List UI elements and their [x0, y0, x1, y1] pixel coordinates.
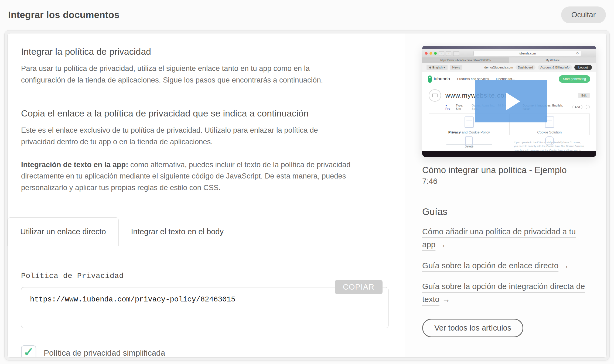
- video-title: Cómo integrar una política - Ejemplo: [422, 165, 596, 175]
- thumb-tab-site: My Website: [509, 57, 596, 63]
- intro-body: Para usar tu política de privacidad, uti…: [8, 63, 372, 86]
- video-thumbnail[interactable]: ‹ › iubenda.com ⟳ https://www.iubenda.co…: [422, 46, 596, 157]
- thumb-bottom-row: [429, 135, 590, 151]
- logout-button: Logout: [574, 65, 592, 70]
- thumb-account-toolbar: ⊕ English ▾ News demo@iubenda.com Dashbo…: [422, 63, 596, 72]
- simplified-policy-label: Política de privacidad simplificada: [44, 348, 165, 358]
- video-play-overlay[interactable]: [475, 80, 547, 122]
- guide-link-text: Guía sobre la opción de enlace directo: [422, 261, 558, 270]
- privacy-policy-url-field[interactable]: https://www.iubenda.com/privacy-policy/8…: [21, 287, 388, 328]
- copy-section-note: Integración de texto en la app: como alt…: [8, 159, 372, 194]
- play-icon: [506, 92, 520, 110]
- traffic-light-minimize-icon: [429, 52, 432, 55]
- thumb-tab-url: https://www.iubenda.com/en/flow/1963055: [422, 57, 509, 63]
- traffic-light-close-icon: [425, 52, 428, 55]
- guide-link-direct-link-option[interactable]: Guía sobre la opción de enlace directo→: [422, 259, 589, 272]
- privacy-title-bold: Privacy: [448, 130, 461, 134]
- news-badge: News: [450, 65, 463, 70]
- guides-heading: Guías: [422, 206, 596, 217]
- account-billing-button: Account & Billing info: [538, 65, 572, 70]
- edit-button: Edit: [578, 93, 590, 98]
- tab-body-text[interactable]: Integrar el texto en el body: [119, 218, 236, 246]
- url-field-wrap: COPIAR https://www.iubenda.com/privacy-p…: [21, 287, 388, 328]
- back-icon: ‹: [439, 51, 444, 56]
- iubenda-logo-text: iubenda: [434, 76, 450, 82]
- dot-icon: ●: [445, 104, 447, 107]
- simplified-policy-row: ✓ Política de privacidad simplificada: [21, 345, 388, 358]
- thumb-browser-chrome: ‹ › iubenda.com ⟳: [422, 49, 596, 57]
- video-duration: 7:46: [422, 177, 596, 186]
- copy-section-body: Este es el enlace exclusivo de tu políti…: [8, 125, 372, 148]
- terms-icon-slot: [429, 135, 509, 151]
- traffic-light-zoom-icon: [434, 52, 437, 55]
- refresh-icon: ⟳: [576, 51, 579, 55]
- direct-link-panel: Política de Privacidad COPIAR https://ww…: [8, 246, 405, 358]
- add-language-button: Add: [572, 105, 582, 109]
- page-header: Integrar los documentos Ocultar: [0, 0, 614, 30]
- pro-label: Pro: [445, 107, 450, 110]
- dashboard-button: Dashboard: [516, 65, 535, 70]
- privacy-title-rest: and Cookie Policy: [461, 130, 490, 134]
- monitor-icon: [429, 89, 441, 102]
- embed-card: Integrar la política de privacidad Para …: [4, 30, 610, 360]
- privacy-column-title: Privacy and Cookie Policy: [448, 130, 490, 134]
- guide-link-add-policy-app[interactable]: Cómo añadir una política de privacidad a…: [422, 225, 589, 251]
- language-select: ⊕ English ▾: [427, 65, 448, 70]
- iubenda-logo-icon: [428, 75, 432, 83]
- arrow-right-icon: →: [561, 261, 569, 270]
- start-generating-button: Start generating: [559, 75, 590, 83]
- caret-down-icon: ▾: [444, 66, 445, 69]
- address-bar: iubenda.com ⟳: [473, 51, 581, 56]
- tab-direct-link[interactable]: Utilizar un enlace directo: [8, 217, 119, 246]
- document-icon: [465, 116, 474, 128]
- browser-sidebar-icon: [453, 51, 459, 56]
- site-type: Type: Site: [456, 104, 468, 110]
- page-title: Integrar los documentos: [8, 9, 120, 20]
- pro-badge: ● Pro: [445, 104, 453, 110]
- guide-link-text-integration[interactable]: Guía sobre la opción de integración dire…: [422, 280, 589, 306]
- terms-document-icon: [465, 136, 473, 146]
- integration-tabs: Utilizar un enlace directo Integrar el t…: [8, 217, 405, 246]
- hide-button[interactable]: Ocultar: [561, 6, 606, 23]
- arrow-right-icon: →: [438, 240, 446, 249]
- thumb-tabstrip: https://www.iubenda.com/en/flow/1963055 …: [422, 57, 596, 63]
- arrow-right-icon: →: [442, 295, 450, 304]
- more-vertical-icon: ⋮: [586, 105, 590, 109]
- account-email: demo@iubenda.com: [484, 66, 513, 69]
- database-icon: [545, 136, 554, 145]
- simplified-policy-checkbox[interactable]: ✓: [21, 345, 36, 358]
- embed-card-inner: Integrar la política de privacidad Para …: [7, 33, 607, 358]
- monitor-screen-icon: [432, 94, 438, 97]
- laptop-bezel: [422, 151, 596, 157]
- checkmark-icon: ✓: [23, 346, 34, 358]
- language-label: English: [432, 66, 443, 69]
- iubenda-logo: iubenda: [428, 75, 450, 83]
- main-content: Integrar la política de privacidad Para …: [8, 33, 405, 357]
- note-bold: Integración de texto en la app:: [21, 160, 128, 169]
- cookie-column-title: Cookie Solution: [537, 130, 562, 134]
- all-articles-button[interactable]: Ver todos los artículos: [422, 319, 523, 337]
- globe-icon: ⊕: [429, 66, 432, 69]
- copy-section-heading: Copia el enlace a la política de privaci…: [8, 108, 405, 119]
- database-icon-slot: [509, 135, 590, 151]
- forward-icon: ›: [446, 51, 451, 56]
- intro-heading: Integrar la política de privacidad: [8, 46, 405, 57]
- copy-button[interactable]: COPIAR: [335, 280, 383, 294]
- help-sidebar: ‹ › iubenda.com ⟳ https://www.iubenda.co…: [405, 33, 606, 357]
- thumb-desktop-bar: [422, 46, 596, 49]
- address-text: iubenda.com: [519, 52, 536, 55]
- privacy-policy-field-label: Política de Privacidad: [21, 272, 388, 280]
